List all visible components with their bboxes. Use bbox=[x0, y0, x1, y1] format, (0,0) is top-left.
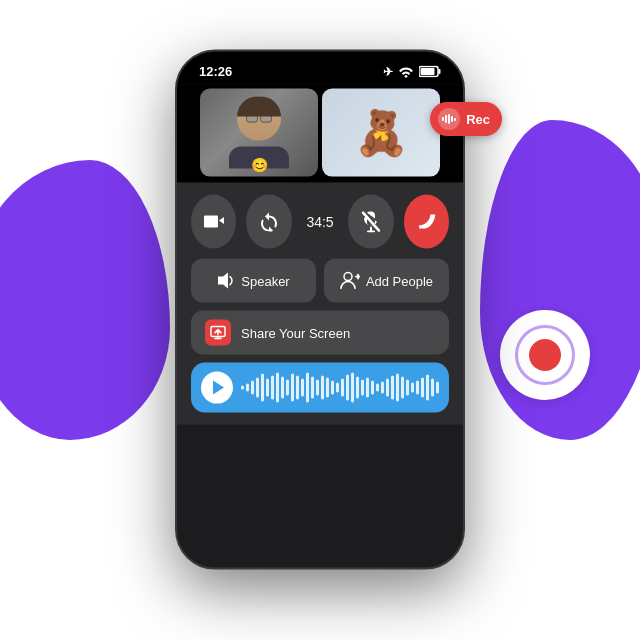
waveform-bar bbox=[421, 378, 424, 398]
waveform-bar bbox=[311, 377, 314, 399]
waveform-bar bbox=[331, 381, 334, 395]
bear-icon: 🧸 bbox=[354, 111, 409, 155]
svg-marker-4 bbox=[218, 273, 228, 289]
waveform-bar bbox=[296, 376, 299, 400]
waveform-bar bbox=[406, 380, 409, 396]
status-icons: ✈ bbox=[383, 64, 441, 78]
waveform-bar bbox=[366, 378, 369, 398]
rec-label: Rec bbox=[466, 112, 490, 127]
waveform-bar bbox=[411, 383, 414, 393]
share-screen-icon bbox=[205, 320, 231, 346]
svg-rect-2 bbox=[421, 68, 435, 75]
video-icon bbox=[203, 214, 225, 230]
waveform-bar bbox=[401, 377, 404, 399]
video-button[interactable] bbox=[191, 195, 236, 249]
end-call-button[interactable] bbox=[404, 195, 449, 249]
play-icon bbox=[213, 381, 224, 395]
record-target-ring bbox=[515, 325, 575, 385]
recording-waveform-icon bbox=[438, 108, 460, 130]
share-screen-button[interactable]: Share Your Screen bbox=[191, 311, 449, 355]
waveform-bar bbox=[276, 373, 279, 403]
mute-button[interactable] bbox=[348, 195, 393, 249]
waveform-bar bbox=[371, 381, 374, 395]
waveform-bar bbox=[316, 380, 319, 396]
waveform-bar bbox=[326, 378, 329, 398]
svg-rect-11 bbox=[448, 114, 450, 124]
waveform-bar bbox=[241, 386, 244, 390]
waveform-bar bbox=[266, 379, 269, 397]
battery-icon bbox=[419, 65, 441, 77]
status-time: 12:26 bbox=[199, 64, 232, 79]
background-blob-left bbox=[0, 160, 170, 440]
scene: 12:26 ✈ bbox=[0, 0, 640, 640]
flip-camera-button[interactable] bbox=[246, 195, 291, 249]
waveform-bar bbox=[246, 384, 249, 392]
waveform-bar bbox=[251, 381, 254, 395]
waveform-bar bbox=[391, 376, 394, 400]
waveform-bars bbox=[241, 373, 439, 403]
controls-panel: 34:5 bbox=[177, 183, 463, 425]
waveform-bar bbox=[291, 374, 294, 402]
play-button[interactable] bbox=[201, 372, 233, 404]
audio-message bbox=[191, 363, 449, 413]
phone-frame: 12:26 ✈ bbox=[175, 50, 465, 570]
waveform-bar bbox=[271, 376, 274, 400]
waveform-bar bbox=[386, 379, 389, 397]
waveform-bar bbox=[376, 384, 379, 392]
waveform-bar bbox=[261, 374, 264, 402]
add-person-icon bbox=[340, 272, 360, 290]
add-people-label: Add People bbox=[366, 273, 433, 288]
status-bar: 12:26 ✈ bbox=[177, 52, 463, 85]
svg-point-5 bbox=[344, 273, 352, 281]
waveform-bar bbox=[306, 373, 309, 403]
svg-rect-12 bbox=[451, 116, 453, 122]
waveform-bar bbox=[256, 378, 259, 398]
add-people-button[interactable]: Add People bbox=[324, 259, 449, 303]
record-target-dot bbox=[529, 339, 561, 371]
participant-video-2: 🧸 bbox=[322, 89, 440, 177]
svg-rect-13 bbox=[454, 118, 456, 121]
mute-icon bbox=[361, 211, 381, 233]
waveform-bar bbox=[321, 376, 324, 400]
share-screen-label: Share Your Screen bbox=[241, 325, 350, 340]
main-controls-row: 34:5 bbox=[191, 195, 449, 249]
waveform-bar bbox=[436, 382, 439, 394]
waveform-bar bbox=[356, 377, 359, 399]
waveform-bar bbox=[381, 382, 384, 394]
waveform-bar bbox=[341, 379, 344, 397]
wifi-icon bbox=[398, 65, 414, 77]
flip-camera-icon bbox=[258, 212, 280, 232]
waveform-bar bbox=[351, 373, 354, 403]
speaker-label: Speaker bbox=[241, 273, 289, 288]
airplane-icon: ✈ bbox=[383, 64, 393, 78]
waveform-bar bbox=[396, 374, 399, 402]
wide-controls-row: Speaker Add People bbox=[191, 259, 449, 303]
record-target bbox=[500, 310, 590, 400]
svg-rect-9 bbox=[442, 117, 444, 121]
waveform-bar bbox=[361, 380, 364, 396]
video-area: 😊 🧸 bbox=[177, 85, 463, 183]
participant-emoji: 😊 bbox=[251, 157, 268, 173]
speaker-icon bbox=[217, 272, 235, 290]
waveform-bar bbox=[286, 380, 289, 396]
waveform-bar bbox=[336, 383, 339, 393]
svg-rect-1 bbox=[439, 69, 441, 74]
call-timer: 34:5 bbox=[302, 214, 339, 230]
recording-badge: Rec bbox=[430, 102, 502, 136]
waveform-bar bbox=[416, 381, 419, 395]
waveform-bar bbox=[281, 377, 284, 399]
waveform-bar bbox=[346, 375, 349, 401]
svg-rect-10 bbox=[445, 115, 447, 123]
speaker-button[interactable]: Speaker bbox=[191, 259, 316, 303]
waveform-bar bbox=[426, 375, 429, 401]
waveform-bar bbox=[431, 379, 434, 397]
waveform-bar bbox=[301, 379, 304, 397]
end-call-icon bbox=[414, 215, 438, 229]
participant-video-1: 😊 bbox=[200, 89, 318, 177]
